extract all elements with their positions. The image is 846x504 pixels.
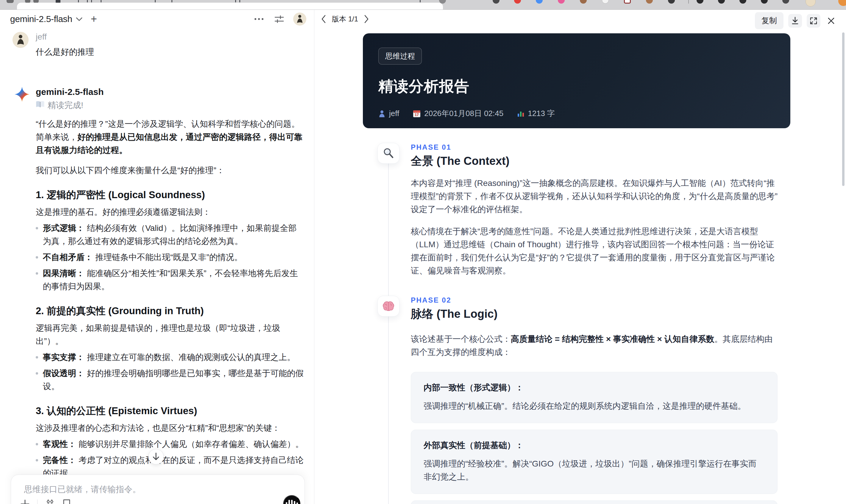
section-heading: 1. 逻辑的严密性 (Logical Soundness)	[36, 188, 304, 201]
menu-icon	[56, 0, 60, 3]
section-heading: 3. 认知的公正性 (Epistemic Virtues)	[36, 404, 304, 417]
magnifier-icon	[377, 143, 400, 164]
browser-menu-icon[interactable]	[838, 0, 846, 6]
brain-icon	[377, 296, 400, 317]
calendar-icon: 17	[413, 110, 421, 118]
extension-icon[interactable]	[646, 0, 653, 4]
intro-paragraph: “什么是好的推理？”这是一个涉及逻辑学、认知科学和哲学核心的问题。简单来说，好的…	[36, 118, 304, 157]
extension-icon[interactable]	[602, 0, 609, 4]
author-name: jeff	[36, 32, 94, 42]
composer-placeholder: 思维接口已就绪，请传输指令。	[24, 484, 141, 495]
chevron-down-icon	[76, 17, 83, 22]
section-lead: 这是推理的基石。好的推理必须遵循逻辑法则：	[36, 205, 304, 219]
phase-paragraph: 本内容是对“推理 (Reasoning)”这一抽象概念的高层建模。在知识爆炸与人…	[411, 177, 777, 216]
phase-paragraph: 核心情境在于解决“思考的随意性”问题。不论是人类通过批判性思维进行决策，还是大语…	[411, 225, 777, 277]
model-selector[interactable]: gemini-2.5-flash	[10, 14, 83, 24]
list-item: 因果清晰：能准确区分“相关性”和“因果关系”，不会轻率地将先后发生的事情归为因果…	[36, 267, 304, 293]
extension-icon[interactable]	[761, 0, 768, 4]
section-lead: 这涉及推理者的心态和方法论，也是区分“杠精”和“思想家”的关键：	[36, 421, 304, 435]
user-avatar[interactable]	[293, 13, 306, 25]
phase-label: PHASE 02	[411, 296, 777, 305]
assistant-content: “什么是好的推理？”这是一个涉及逻辑学、认知科学和哲学核心的问题。简单来说，好的…	[36, 118, 304, 504]
bar-chart-icon	[517, 110, 524, 117]
model-name: gemini-2.5-flash	[36, 87, 298, 97]
message-composer[interactable]: 思维接口已就绪，请传输指令。	[11, 474, 305, 504]
download-button[interactable]	[788, 14, 802, 28]
chat-panel: gemini-2.5-flash +	[0, 10, 314, 504]
composer-toolbar	[20, 499, 71, 504]
phase-section-2: PHASE 02 脉络 (The Logic) 该论述基于一个核心公式：高质量结…	[363, 296, 790, 504]
chat-message-list: jeff 什么是好的推理 gemini-2.5-flash	[0, 28, 314, 504]
svg-text:17: 17	[415, 113, 419, 117]
browser-button-icon[interactable]	[6, 0, 14, 3]
profile-avatar[interactable]	[806, 0, 816, 6]
phase-section-1: PHASE 01 全景 (The Context) 本内容是对“推理 (Reas…	[363, 143, 790, 277]
attach-plus-icon[interactable]	[20, 499, 30, 504]
open-book-icon	[36, 100, 45, 110]
extension-icon[interactable]	[514, 0, 521, 4]
artifact-panel: 版本 1/1 复制	[315, 10, 846, 504]
dimension-card: 外部真实性（前提基础）： 强调推理的“经验校准”。解决“GIGO（垃圾进，垃圾出…	[411, 430, 777, 494]
phase-label: PHASE 01	[411, 143, 777, 152]
artifact-content[interactable]: 思维过程 精读分析报告 jeff 17 2026年01月08日 02:45	[315, 28, 846, 504]
fullscreen-button[interactable]	[807, 14, 821, 28]
more-options-icon[interactable]	[254, 18, 264, 20]
author-meta: jeff	[378, 109, 399, 118]
sparkle-diamonds-icon[interactable]	[45, 499, 55, 504]
artifact-actions: 复制	[755, 12, 837, 29]
list-item: 不自相矛盾：推理链条中不能出现“既是又非”的情况。	[36, 251, 304, 264]
extension-icon[interactable]	[558, 0, 565, 4]
phase-title: 脉络 (The Logic)	[411, 307, 777, 321]
report-hero-card: 思维过程 精读分析报告 jeff 17 2026年01月08日 02:45	[363, 33, 790, 128]
report-meta: jeff 17 2026年01月08日 02:45 1213 字	[378, 108, 775, 119]
list-item: 事实支撑：推理建立在可靠的数据、准确的观测或公认的真理之上。	[36, 351, 304, 364]
extension-icon[interactable]	[697, 0, 703, 4]
extension-icon[interactable]	[739, 0, 746, 4]
list-item: 形式逻辑：结构必须有效（Valid）。比如演绎推理中，如果前提全部为真，那么通过…	[36, 222, 304, 248]
extension-icon[interactable]	[782, 0, 789, 4]
word-count-meta: 1213 字	[517, 108, 555, 119]
scroll-to-bottom-button[interactable]	[148, 449, 164, 464]
section-heading: 2. 前提的真实性 (Grounding in Truth)	[36, 304, 304, 318]
new-chat-button[interactable]: +	[91, 14, 97, 24]
formula-paragraph: 该论述基于一个核心公式：高质量结论 = 结构完整性 × 事实准确性 × 认知自律…	[411, 332, 777, 359]
browser-toolbar	[0, 0, 846, 10]
extension-icon[interactable]	[580, 0, 587, 4]
user-message: jeff 什么是好的推理	[13, 32, 298, 58]
list-item: 假设透明：好的推理会明确指明哪些是已知事实，哪些是基于可能的假设。	[36, 367, 304, 393]
chevron-right-icon[interactable]	[364, 15, 369, 23]
version-navigator: 版本 1/1	[321, 10, 369, 28]
artifact-toolbar: 版本 1/1 复制	[315, 10, 846, 28]
extension-icon[interactable]	[718, 0, 725, 4]
app-window: gemini-2.5-flash +	[0, 10, 846, 504]
list-item: 客观性：能够识别并尽量排除个人偏见（如幸存者偏差、确认偏差）。	[36, 438, 304, 451]
extension-icon[interactable]	[668, 0, 675, 4]
date-meta: 17 2026年01月08日 02:45	[413, 108, 504, 119]
chevron-left-icon[interactable]	[321, 15, 326, 23]
report-title: 精读分析报告	[378, 76, 775, 96]
status-line: 精读完成!	[36, 100, 298, 110]
settings-sliders-icon[interactable]	[274, 15, 284, 23]
person-icon	[378, 110, 386, 118]
chat-header: gemini-2.5-flash +	[0, 10, 314, 28]
user-avatar	[13, 32, 29, 48]
copy-button[interactable]: 复制	[755, 12, 783, 29]
address-bar[interactable]	[17, 3, 443, 10]
bullet-list: 形式逻辑：结构必须有效（Valid）。比如演绎推理中，如果前提全部为真，那么通过…	[36, 222, 304, 293]
dimension-cards: 内部一致性（形式逻辑）： 强调推理的“机械正确”。结论必须在给定的规则系统内逻辑…	[411, 372, 777, 504]
bookmark-icon[interactable]	[63, 499, 71, 504]
close-button[interactable]	[825, 14, 837, 28]
dimension-card: 主体伦理（认识美德）： 转向推理者的心理特征。引入奥卡姆剃刀和反向论证，旨在克服…	[411, 500, 777, 504]
extension-icon[interactable]	[536, 0, 543, 4]
hero-badge: 思维过程	[378, 48, 422, 65]
version-label: 版本 1/1	[332, 14, 358, 24]
extension-icon[interactable]	[624, 0, 631, 4]
message-text: 什么是好的推理	[36, 46, 94, 58]
paragraph: 我们可以从以下四个维度来衡量什么是“好的推理”：	[36, 164, 304, 177]
assistant-message: gemini-2.5-flash 精读完成! “什么是好的推理？”这是一个涉及逻…	[13, 87, 298, 504]
status-text: 精读完成!	[48, 100, 83, 110]
gemini-star-icon	[14, 87, 30, 103]
extension-icon[interactable]	[493, 0, 499, 4]
scrollbar-thumb[interactable]	[842, 32, 845, 186]
voice-input-button[interactable]	[283, 495, 300, 504]
